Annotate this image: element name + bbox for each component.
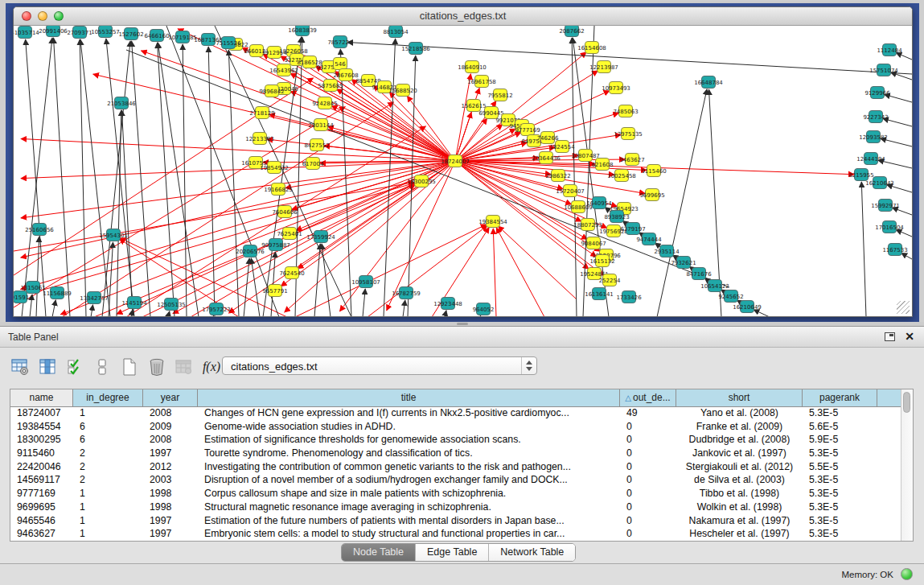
graph-node[interactable]: 9129966 bbox=[864, 87, 890, 99]
graph-node[interactable]: 16648784 bbox=[694, 76, 723, 89]
graph-node[interactable]: 7955812 bbox=[487, 89, 512, 101]
graph-node[interactable]: 18640910 bbox=[458, 61, 487, 73]
citation-edge-red[interactable] bbox=[21, 161, 455, 289]
citation-edge-black[interactable] bbox=[896, 230, 912, 237]
graph-node[interactable]: 17957223 bbox=[202, 303, 231, 315]
citation-edge-black[interactable] bbox=[445, 311, 446, 316]
table-mode-button[interactable] bbox=[8, 356, 32, 378]
citation-edge-black[interactable] bbox=[572, 38, 577, 316]
table-row[interactable]: 946554611997Estimation of the future num… bbox=[10, 514, 901, 528]
graph-node[interactable]: 20991406 bbox=[39, 26, 68, 37]
graph-node[interactable]: 12444194 bbox=[856, 153, 885, 165]
network-canvas[interactable]: 1872400774638228660123391295418226058932… bbox=[14, 26, 912, 316]
graph-node[interactable]: 964052 bbox=[473, 303, 495, 315]
citation-edge-black[interactable] bbox=[363, 289, 365, 316]
graph-node[interactable]: 1145194 bbox=[121, 297, 147, 309]
graph-node[interactable]: 8215955 bbox=[848, 169, 873, 181]
column-header-pagerank[interactable]: pagerank bbox=[803, 389, 877, 406]
delete-column-button[interactable] bbox=[145, 356, 169, 378]
graph-node[interactable]: 16136141 bbox=[585, 288, 614, 300]
graph-node[interactable]: 7932621 bbox=[671, 257, 696, 269]
tab-edge-table[interactable]: Edge Table bbox=[416, 544, 489, 561]
graph-node[interactable]: 16210643 bbox=[865, 177, 894, 189]
graph-node[interactable]: 8427552 bbox=[304, 139, 329, 151]
citation-edge-black[interactable] bbox=[117, 110, 121, 316]
table-row[interactable]: 911546021997Tourette syndrome. Phenomeno… bbox=[10, 447, 901, 460]
column-header-name[interactable]: name bbox=[10, 389, 73, 406]
splitter-handle[interactable] bbox=[457, 323, 468, 325]
citation-edge-black[interactable] bbox=[109, 242, 113, 316]
memory-status-icon[interactable] bbox=[901, 568, 913, 580]
graph-node[interactable]: 15992971 bbox=[871, 200, 900, 212]
citation-edge-black[interactable] bbox=[347, 43, 912, 74]
citation-edge-black[interactable] bbox=[102, 41, 130, 316]
new-column-button[interactable] bbox=[117, 356, 142, 378]
graph-node[interactable]: 25160656 bbox=[25, 224, 54, 236]
graph-node[interactable]: 9474444 bbox=[636, 233, 662, 245]
graph-node[interactable]: 2935114 bbox=[654, 245, 680, 257]
delete-table-button[interactable] bbox=[172, 356, 196, 378]
graph-node[interactable]: 9245652 bbox=[718, 290, 743, 303]
graph-node[interactable]: 12505135 bbox=[157, 299, 186, 311]
graph-node[interactable]: 20364436 bbox=[532, 152, 561, 164]
citation-edge-black[interactable] bbox=[861, 182, 866, 316]
citation-edge-red[interactable] bbox=[499, 226, 577, 299]
citation-edge-black[interactable] bbox=[901, 253, 912, 259]
graph-node[interactable]: 9115460 bbox=[641, 165, 666, 177]
citation-edge-black[interactable] bbox=[126, 50, 729, 287]
table-select-dropdown[interactable]: citations_edges.txt bbox=[222, 356, 537, 375]
graph-node[interactable]: 15218586 bbox=[401, 43, 430, 55]
table-row[interactable]: 1938455462009Genome-wide association stu… bbox=[10, 420, 901, 434]
graph-node[interactable]: 17359924 bbox=[306, 231, 335, 243]
resize-grip-icon[interactable] bbox=[897, 301, 910, 314]
graph-node[interactable]: 15720407 bbox=[556, 185, 585, 197]
column-header-short[interactable]: short bbox=[676, 389, 803, 406]
tab-node-table[interactable]: Node Table bbox=[342, 544, 416, 561]
graph-node[interactable]: 10958107 bbox=[351, 276, 380, 288]
graph-node[interactable]: 18807293 bbox=[573, 219, 602, 231]
graph-node[interactable]: 2709371 bbox=[67, 27, 92, 39]
show-columns-button[interactable] bbox=[35, 356, 60, 378]
citation-edge-black[interactable] bbox=[208, 47, 215, 316]
graph-node[interactable]: 9699695 bbox=[639, 189, 664, 201]
graph-node[interactable]: 8471676 bbox=[686, 268, 712, 280]
table-vertical-scrollbar[interactable] bbox=[901, 389, 913, 541]
float-panel-icon[interactable] bbox=[885, 332, 895, 341]
scrollbar-thumb[interactable] bbox=[903, 392, 910, 413]
graph-node[interactable]: 2986322 bbox=[545, 170, 570, 182]
graph-node[interactable]: 10025458 bbox=[607, 170, 636, 182]
graph-node[interactable]: 7485063 bbox=[613, 105, 638, 117]
table-row[interactable]: 1872400712008Changes of HCN gene express… bbox=[10, 406, 901, 420]
graph-node[interactable]: 12093582 bbox=[859, 131, 888, 143]
function-builder-button[interactable]: f(x) bbox=[199, 356, 224, 378]
citation-edge-black[interactable] bbox=[480, 315, 481, 316]
citation-edge-black[interactable] bbox=[52, 300, 55, 316]
graph-node[interactable]: 16083839 bbox=[288, 26, 317, 36]
close-panel-icon[interactable]: ✕ bbox=[905, 330, 914, 343]
graph-node[interactable]: 90975887 bbox=[261, 239, 290, 251]
graph-node[interactable]: 16782759 bbox=[392, 287, 421, 299]
graph-node[interactable]: 12213987 bbox=[589, 61, 618, 73]
citation-edge-black[interactable] bbox=[158, 43, 199, 316]
graph-node[interactable]: 41035714 bbox=[14, 27, 39, 39]
graph-node[interactable]: 6466160 bbox=[144, 30, 169, 42]
citation-edge-black[interactable] bbox=[657, 89, 707, 316]
graph-node[interactable]: 546 bbox=[334, 58, 347, 70]
graph-node[interactable]: 10553257 bbox=[91, 26, 120, 38]
graph-node[interactable]: 9084067 bbox=[581, 237, 606, 249]
citation-edge-black[interactable] bbox=[168, 311, 170, 316]
graph-node[interactable]: 1733426 bbox=[616, 291, 642, 303]
graph-node[interactable]: 1527602 bbox=[118, 28, 143, 40]
citation-edge-black[interactable] bbox=[91, 305, 93, 316]
graph-node[interactable]: 2867608 bbox=[333, 69, 358, 81]
graph-node[interactable]: 19384554 bbox=[478, 216, 507, 228]
citation-edge-black[interactable] bbox=[228, 50, 239, 316]
graph-node[interactable]: 9463627 bbox=[619, 154, 644, 166]
graph-node[interactable]: 16961758 bbox=[467, 76, 496, 88]
citation-edge-red[interactable] bbox=[496, 228, 544, 316]
graph-node[interactable]: 7604606 bbox=[272, 206, 298, 218]
citation-edge-red[interactable] bbox=[493, 229, 496, 316]
column-header-year[interactable]: year bbox=[143, 389, 198, 406]
citation-edge-black[interactable] bbox=[213, 315, 214, 316]
row-layout-button[interactable] bbox=[90, 356, 114, 378]
